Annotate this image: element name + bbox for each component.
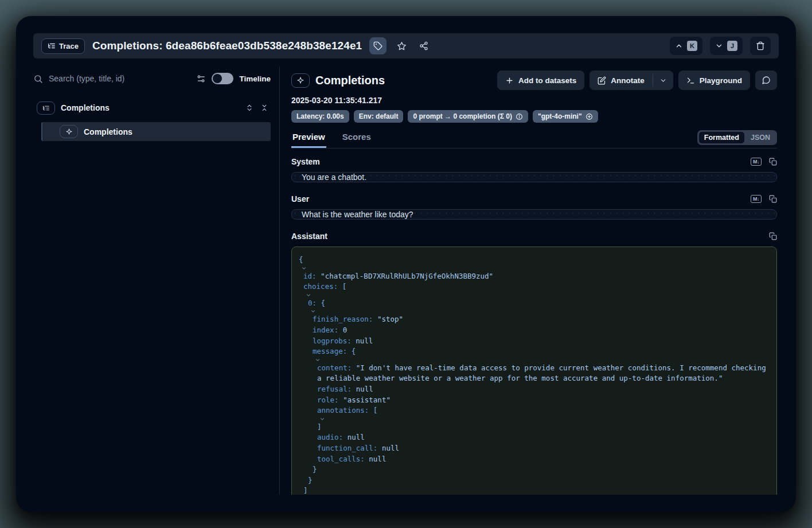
comments-button[interactable] [755,71,777,90]
observation-header: Completions Add to datasets Annotate [291,70,777,91]
json-token-val: null [352,337,373,345]
assistant-json-code: {id: "chatcmpl-BD7XRulRhULb7NjGfeOkhN3BB… [291,247,777,495]
playground-button[interactable]: Playground [678,71,750,90]
annotate-button[interactable]: Annotate [590,71,653,90]
tree-child-label: Completions [84,127,271,136]
window-body: Timeline Completions Completions [33,67,779,495]
shortcut-key-k: K [687,41,697,51]
chevron-down-icon [659,77,667,84]
json-token-key: id: [303,272,317,280]
json-token-punc: { [317,299,325,307]
json-token-punc: { [347,347,356,355]
observation-timestamp: 2025-03-20 11:35:41.217 [291,96,777,105]
markdown-toggle-icon[interactable]: M↓ [751,195,762,203]
add-to-datasets-label: Add to datasets [518,76,576,85]
model-badge[interactable]: "gpt-4o-mini" [533,110,598,123]
assistant-role-label: Assistant [291,232,769,241]
copy-button[interactable] [769,195,777,203]
user-message-box: What is the weather like today? [291,209,777,220]
share-icon [419,41,428,50]
trace-detail-window: Trace Completions: 6dea86b6feae03db538e2… [16,16,796,512]
collapse-all-icon[interactable] [260,104,268,112]
message-sections: System M↓ You are a chatbot. User M↓ [291,148,777,495]
json-line: 0: { [299,298,770,315]
add-to-datasets-button[interactable]: Add to datasets [497,71,584,90]
json-token-punc: { [299,255,303,264]
collapse-chevron-icon[interactable] [310,308,316,314]
json-token-punc: ] [303,486,308,495]
format-json-option[interactable]: JSON [745,132,775,143]
json-line: tool_calls: null [299,454,770,465]
observation-detail-panel: Completions Add to datasets Annotate [280,67,779,495]
format-toggle: Formatted JSON [697,130,777,145]
json-line: message: { [299,346,770,363]
next-trace-button[interactable]: J [710,37,743,55]
token-usage-badge[interactable]: 0 prompt → 0 completion (Σ 0) [408,110,528,123]
system-section-header: System M↓ [291,157,777,166]
tab-scores[interactable]: Scores [341,130,372,148]
json-token-key: finish_reason: [313,315,373,323]
json-token-key: audio: [317,433,343,441]
json-line: finish_reason: "stop" [299,314,770,325]
json-line: role: "assistant" [299,395,770,406]
search-icon [33,74,43,84]
json-token-key: refusal: [317,385,352,393]
markdown-toggle-icon[interactable]: M↓ [751,158,762,166]
annotate-label: Annotate [611,76,645,85]
previous-trace-button[interactable]: K [670,37,702,55]
annotate-dropdown-button[interactable] [653,71,673,90]
playground-label: Playground [700,76,742,85]
json-line: ] [299,486,770,495]
toggle-knob [213,74,222,83]
collapse-chevron-icon[interactable] [319,416,325,422]
json-token-val: null [343,433,365,441]
json-token-punc: [ [369,406,377,414]
star-button[interactable] [394,38,409,53]
tag-button[interactable] [369,37,387,54]
json-token-val: null [352,385,373,393]
tree-item-trace-root[interactable]: Completions [33,99,271,117]
json-token-str: "assistant" [339,396,391,404]
terminal-icon [686,76,695,85]
copy-icon [769,158,777,166]
tab-preview[interactable]: Preview [291,130,326,148]
json-token-val: null [365,455,387,463]
copy-icon [769,195,777,203]
generation-icon [65,128,73,135]
json-token-str: "I don't have real-time data access to p… [317,363,770,383]
format-formatted-option[interactable]: Formatted [699,132,744,143]
copy-button[interactable] [769,232,777,240]
delete-trace-button[interactable] [750,37,771,55]
json-token-key: choices: [303,282,338,291]
tag-icon [373,41,382,50]
page-title: Completions: 6dea86b6feae03db538e248b38e… [92,40,362,52]
detail-tabs: Preview Scores Formatted JSON [291,130,777,148]
json-token-str: "chatcmpl-BD7XRulRhULb7NjGfeOkhN3BB9zud" [317,272,494,280]
expand-all-icon[interactable] [245,104,253,112]
generation-badge [291,73,310,88]
search-input[interactable] [49,74,190,83]
json-line: ] [299,422,770,433]
json-line: audio: null [299,432,770,443]
chevron-down-icon [715,42,723,50]
user-role-label: User [291,194,751,204]
desktop-background: { "titlebar": { "trace_badge": "Trace", … [0,0,812,528]
json-token-key: annotations: [317,406,369,414]
tree-search-row: Timeline [33,69,271,88]
system-role-label: System [291,157,751,166]
collapse-chevron-icon[interactable] [306,292,311,298]
comment-bubble-icon [762,76,771,85]
share-button[interactable] [416,38,431,53]
tree-item-generation[interactable]: Completions [41,122,271,141]
timeline-toggle[interactable] [212,73,233,84]
json-token-key: logprobs: [313,337,352,345]
observation-title: Completions [315,74,491,87]
copy-button[interactable] [769,158,777,166]
collapse-chevron-icon[interactable] [301,265,307,271]
system-message-text: You are a chatbot. [302,173,366,182]
collapse-chevron-icon[interactable] [315,357,321,363]
tree-fold-controls [245,104,268,112]
shortcut-key-j: J [727,41,737,51]
view-settings-icon[interactable] [196,74,206,84]
json-line: } [299,475,770,486]
